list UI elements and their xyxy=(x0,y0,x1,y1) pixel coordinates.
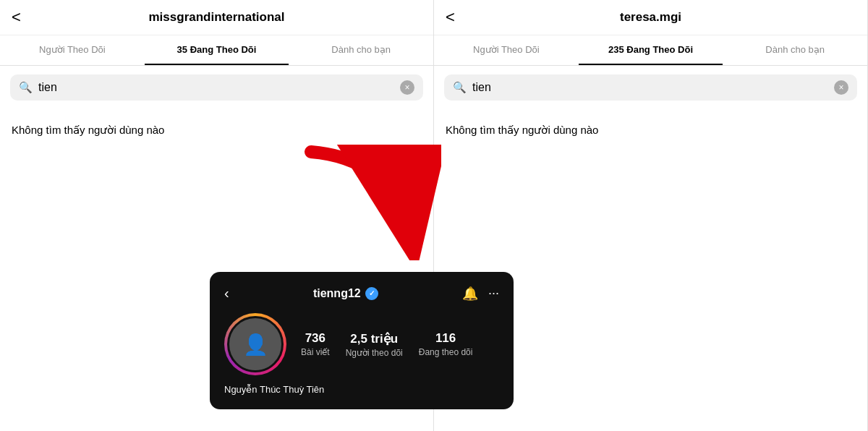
right-tab-followers[interactable]: Người Theo Dõi xyxy=(434,35,579,65)
left-search-box: 🔍 × xyxy=(10,74,423,101)
left-clear-icon: × xyxy=(404,82,409,93)
profile-full-name: Nguyễn Thúc Thuỳ Tiên xyxy=(224,384,499,395)
more-options-icon[interactable]: ··· xyxy=(488,286,499,301)
right-clear-button[interactable]: × xyxy=(834,80,848,95)
profile-card-header: ‹ tienng12 ✓ 🔔 ··· xyxy=(224,285,499,302)
right-clear-icon: × xyxy=(838,82,843,93)
right-search-icon: 🔍 xyxy=(453,81,467,94)
bell-icon[interactable]: 🔔 xyxy=(462,286,478,302)
profile-card: ‹ tienng12 ✓ 🔔 ··· 👤 736 B xyxy=(210,272,514,409)
stat-followers-label: Người theo dõi xyxy=(346,348,403,358)
profile-card-username-text: tienng12 xyxy=(313,287,361,300)
right-search-input[interactable] xyxy=(472,81,828,94)
left-header: < missgrandinternational xyxy=(0,0,433,35)
right-tab-following[interactable]: 235 Đang Theo Dõi xyxy=(579,35,723,65)
avatar-wrap: 👤 xyxy=(224,313,286,375)
right-back-button[interactable]: < xyxy=(446,8,455,27)
left-tab-suggested[interactable]: Dành cho bạn xyxy=(289,35,433,65)
stat-following-value: 116 xyxy=(419,331,473,346)
left-search-input[interactable] xyxy=(38,81,394,94)
left-no-results: Không tìm thấy người dùng nào xyxy=(0,109,433,151)
stats-row: 736 Bài viết 2,5 triệu Người theo dõi 11… xyxy=(301,331,499,358)
verified-badge-icon: ✓ xyxy=(365,287,378,300)
profile-card-action-icons: 🔔 ··· xyxy=(462,286,499,302)
left-clear-button[interactable]: × xyxy=(400,80,414,95)
avatar-ring: 👤 xyxy=(224,313,286,375)
left-tabs: Người Theo Dõi 35 Đang Theo Dõi Dành cho… xyxy=(0,35,433,66)
right-username: teresa.mgi xyxy=(620,10,681,25)
profile-card-username-area: tienng12 ✓ xyxy=(313,287,378,300)
profile-card-body: 👤 736 Bài viết 2,5 triệu Người theo dõi … xyxy=(224,313,499,375)
stat-followers: 2,5 triệu Người theo dõi xyxy=(346,331,403,358)
right-tabs: Người Theo Dõi 235 Đang Theo Dõi Dành ch… xyxy=(434,35,867,66)
right-tab-suggested[interactable]: Dành cho bạn xyxy=(723,35,867,65)
stat-posts-label: Bài viết xyxy=(301,347,330,357)
right-no-results: Không tìm thấy người dùng nào xyxy=(434,109,867,151)
stat-following: 116 Đang theo dõi xyxy=(419,331,473,358)
right-search-box: 🔍 × xyxy=(444,74,857,101)
left-tab-following[interactable]: 35 Đang Theo Dõi xyxy=(145,35,289,65)
profile-card-back-button[interactable]: ‹ xyxy=(224,285,229,302)
stat-following-label: Đang theo dõi xyxy=(419,347,473,357)
left-tab-followers[interactable]: Người Theo Dõi xyxy=(0,35,145,65)
left-username: missgrandinternational xyxy=(149,10,285,25)
stat-followers-value: 2,5 triệu xyxy=(346,331,403,346)
stat-posts: 736 Bài viết xyxy=(301,331,330,358)
left-back-button[interactable]: < xyxy=(12,8,21,27)
avatar-placeholder: 👤 xyxy=(243,333,268,357)
left-search-icon: 🔍 xyxy=(19,81,33,94)
right-header: < teresa.mgi xyxy=(434,0,867,35)
avatar: 👤 xyxy=(227,316,284,372)
stat-posts-value: 736 xyxy=(301,331,330,346)
